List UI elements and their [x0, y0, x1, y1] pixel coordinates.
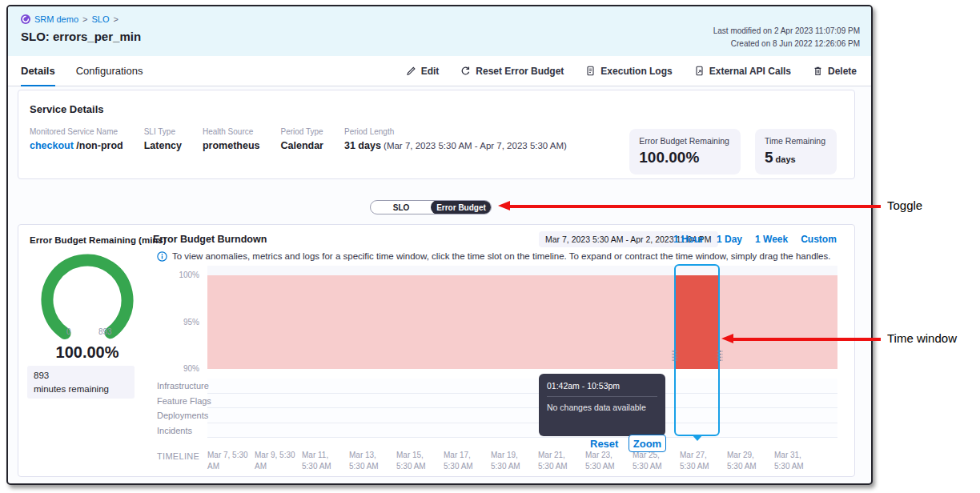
minutes-remaining-label: minutes remaining: [34, 383, 128, 396]
zoom-button[interactable]: Zoom: [629, 435, 666, 452]
minutes-remaining-value: 893: [34, 369, 128, 383]
drag-handle-left[interactable]: [671, 349, 678, 361]
health-source-label: Health Source: [203, 127, 260, 136]
harness-logo-icon: [21, 14, 30, 24]
range-1-week[interactable]: 1 Week: [755, 234, 788, 245]
period-type-label: Period Type: [280, 127, 323, 136]
modification-dates: Last modified on 2 Apr 2023 11:07:09 PM …: [713, 25, 860, 50]
document-external-icon: [694, 66, 705, 76]
timeline-tick: Mar 15, 5:30 AM: [396, 450, 440, 472]
time-remaining-value: 5: [765, 149, 773, 166]
change-row-labels: Infrastructure Feature Flags Deployments…: [157, 379, 211, 438]
period-type-value: Calendar: [280, 140, 323, 151]
edit-label: Edit: [421, 66, 440, 77]
field-monitored-service: Monitored Service Name checkout /non-pro…: [30, 127, 123, 151]
monitored-service-link[interactable]: checkout: [30, 140, 74, 151]
tooltip-time-range: 01:42am - 10:53pm: [547, 381, 657, 391]
time-window-pointer-icon: [692, 435, 703, 441]
tabs-toolbar-bar: Details Configurations Edit Reset Error …: [8, 56, 871, 86]
gauge-title: Error Budget Remaining (mins): [30, 235, 167, 245]
toggle-option-slo[interactable]: SLO: [371, 201, 432, 214]
reset-error-budget-button[interactable]: Reset Error Budget: [460, 66, 564, 77]
y-tick-95: 95%: [151, 318, 199, 327]
annotation-time-window: Time window: [887, 331, 957, 345]
toggle-option-error-budget[interactable]: Error Budget: [431, 200, 492, 214]
timeline-tick: Mar 17, 5:30 AM: [444, 450, 488, 472]
timeline-tick: Mar 23, 5:30 AM: [585, 450, 629, 472]
time-window-arrow-line: [732, 338, 881, 341]
error-budget-remaining-value: 100.00%: [639, 149, 729, 166]
error-budget-gauge: [34, 254, 140, 350]
y-tick-90: 90%: [151, 364, 199, 373]
timeline-tick: Mar 7, 5:30 AM: [207, 450, 251, 472]
sli-type-value: Latency: [144, 140, 182, 151]
drag-handle-right[interactable]: [716, 349, 723, 361]
minutes-remaining-box: 893 minutes remaining: [27, 366, 135, 399]
breadcrumb-app-link[interactable]: SRM demo: [34, 14, 78, 24]
breadcrumb-separator: >: [82, 14, 87, 24]
change-row-infrastructure-track[interactable]: [207, 379, 837, 394]
change-row-deployments-track[interactable]: [207, 408, 837, 423]
pencil-icon: [406, 66, 416, 76]
burndown-title: Error Budget Burndown: [153, 234, 267, 245]
annotation-toggle: Toggle: [887, 198, 922, 212]
delete-label: Delete: [828, 66, 857, 77]
field-period-type: Period Type Calendar: [280, 127, 323, 151]
toolbar: Edit Reset Error Budget Execution Logs: [406, 66, 857, 77]
timeline-tick: Mar 13, 5:30 AM: [349, 450, 393, 472]
time-window-selection[interactable]: [674, 264, 720, 436]
gauge-percent: 100.00%: [18, 343, 156, 362]
error-budget-remaining-stat: Error Budget Remaining 100.00%: [629, 129, 741, 174]
chart-top-strip: [207, 266, 837, 275]
execution-logs-button[interactable]: Execution Logs: [585, 66, 672, 77]
created-text: Created on 8 Jun 2022 12:26:06 PM: [713, 38, 860, 50]
y-tick-100: 100%: [151, 271, 199, 279]
tab-configurations[interactable]: Configurations: [76, 56, 143, 86]
range-custom[interactable]: Custom: [801, 234, 837, 245]
timeline-tick: Mar 19, 5:30 AM: [491, 450, 535, 472]
error-budget-band[interactable]: [207, 275, 837, 369]
info-icon: [157, 251, 167, 262]
tooltip-message: No changes data available: [547, 403, 657, 412]
changes-tooltip: 01:42am - 10:53pm No changes data availa…: [539, 374, 665, 436]
delete-button[interactable]: Delete: [813, 66, 857, 77]
period-length-label: Period Length: [344, 127, 567, 136]
service-details-title: Service Details: [30, 103, 840, 115]
row-label-deployments: Deployments: [157, 408, 211, 423]
page-header: SRM demo > SLO > SLO: errors_per_min Las…: [8, 6, 871, 56]
row-label-incidents: Incidents: [157, 423, 211, 439]
info-text: To view anomalies, metrics and logs for …: [172, 251, 849, 261]
reset-button[interactable]: Reset: [590, 438, 618, 450]
timeline-tick: Mar 25, 5:30 AM: [633, 450, 677, 472]
monitored-service-label: Monitored Service Name: [30, 127, 123, 136]
external-api-calls-label: External API Calls: [709, 66, 791, 77]
change-row-feature-flags-track[interactable]: [207, 394, 837, 409]
breadcrumb: SRM demo > SLO >: [21, 14, 860, 24]
slo-error-budget-toggle[interactable]: SLO Error Budget: [370, 200, 492, 214]
field-health-source: Health Source prometheus: [203, 127, 260, 151]
tab-details[interactable]: Details: [21, 56, 55, 86]
row-label-feature-flags: Feature Flags: [157, 394, 211, 409]
timeline-ticks: Mar 7, 5:30 AM Mar 9, 5:30 AM Mar 11, 5:…: [207, 450, 848, 475]
gauge-max-label: 893: [98, 327, 112, 336]
edit-button[interactable]: Edit: [406, 66, 440, 77]
change-row-incidents-track[interactable]: [207, 423, 837, 439]
external-api-calls-button[interactable]: External API Calls: [694, 66, 791, 77]
timeline-tick: Mar 11, 5:30 AM: [302, 450, 346, 472]
field-period-length: Period Length 31 days (Mar 7, 2023 5:30 …: [344, 127, 567, 151]
time-remaining-unit: days: [773, 154, 796, 164]
toggle-arrow-line: [508, 205, 881, 208]
period-length-detail: (Mar 7, 2023 5:30 AM - Apr 7, 2023 5:30 …: [381, 141, 567, 150]
timeline-tick: Mar 9, 5:30 AM: [255, 450, 299, 472]
sli-type-label: SLI Type: [144, 127, 182, 136]
timeline-tick: Mar 31, 5:30 AM: [774, 450, 818, 472]
reset-error-budget-label: Reset Error Budget: [476, 66, 564, 77]
execution-logs-label: Execution Logs: [600, 66, 672, 77]
period-length-value: 31 days: [344, 140, 381, 151]
breadcrumb-slo-link[interactable]: SLO: [91, 14, 109, 24]
range-1-day[interactable]: 1 Day: [717, 234, 742, 245]
info-banner: To view anomalies, metrics and logs for …: [157, 251, 849, 262]
change-rows-area: [207, 379, 837, 438]
range-1-hour[interactable]: 1 Hour: [673, 234, 704, 245]
app-window: SRM demo > SLO > SLO: errors_per_min Las…: [6, 5, 873, 485]
